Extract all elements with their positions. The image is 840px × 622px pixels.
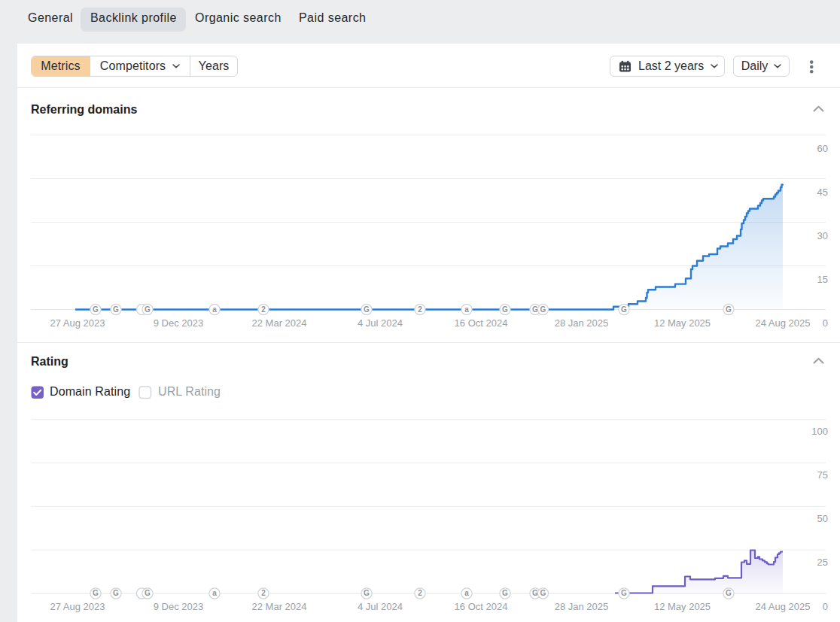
svg-text:2: 2 [261, 589, 266, 597]
svg-text:a: a [212, 305, 217, 314]
svg-text:30: 30 [817, 230, 828, 241]
svg-text:G: G [502, 305, 508, 314]
svg-text:12 May 2025: 12 May 2025 [654, 601, 711, 612]
svg-text:G: G [726, 305, 732, 314]
svg-text:G: G [540, 589, 546, 597]
svg-text:2: 2 [418, 589, 422, 597]
svg-text:25: 25 [817, 557, 828, 568]
svg-text:9 Dec 2023: 9 Dec 2023 [154, 317, 204, 329]
svg-text:0: 0 [823, 601, 828, 612]
svg-text:G: G [540, 305, 546, 314]
svg-text:G: G [726, 589, 732, 597]
svg-text:15: 15 [817, 274, 828, 285]
svg-text:27 Aug 2023: 27 Aug 2023 [50, 317, 105, 329]
svg-text:G: G [93, 305, 99, 314]
svg-text:G: G [621, 305, 627, 314]
svg-text:2: 2 [261, 305, 266, 314]
svg-text:24 Aug 2025: 24 Aug 2025 [755, 601, 810, 612]
svg-text:22 Mar 2024: 22 Mar 2024 [252, 317, 307, 329]
svg-text:0: 0 [823, 317, 828, 329]
svg-text:28 Jan 2025: 28 Jan 2025 [555, 601, 609, 612]
svg-text:G: G [113, 589, 119, 597]
svg-text:G: G [145, 589, 151, 597]
svg-text:45: 45 [817, 187, 828, 198]
svg-text:24 Aug 2025: 24 Aug 2025 [755, 317, 810, 329]
svg-text:a: a [464, 305, 469, 314]
svg-text:G: G [502, 589, 508, 597]
svg-text:G: G [364, 589, 370, 597]
svg-text:a: a [464, 589, 469, 597]
svg-text:60: 60 [817, 143, 828, 154]
svg-text:9 Dec 2023: 9 Dec 2023 [154, 601, 204, 612]
svg-text:2: 2 [418, 305, 422, 314]
svg-text:75: 75 [817, 469, 828, 481]
svg-text:22 Mar 2024: 22 Mar 2024 [252, 601, 307, 612]
svg-text:G: G [364, 305, 370, 314]
svg-text:G: G [113, 305, 119, 314]
svg-text:4 Jul 2024: 4 Jul 2024 [358, 601, 403, 612]
svg-text:12 May 2025: 12 May 2025 [654, 317, 711, 329]
svg-text:4 Jul 2024: 4 Jul 2024 [358, 317, 403, 329]
svg-text:a: a [212, 589, 217, 597]
svg-text:50: 50 [817, 513, 828, 524]
svg-text:16 Oct 2024: 16 Oct 2024 [455, 317, 508, 329]
svg-text:G: G [145, 305, 151, 314]
svg-text:100: 100 [811, 426, 828, 437]
svg-text:28 Jan 2025: 28 Jan 2025 [555, 317, 609, 329]
svg-text:G: G [621, 589, 627, 597]
svg-text:G: G [93, 589, 99, 597]
svg-text:16 Oct 2024: 16 Oct 2024 [455, 601, 508, 612]
svg-text:27 Aug 2023: 27 Aug 2023 [50, 601, 105, 612]
